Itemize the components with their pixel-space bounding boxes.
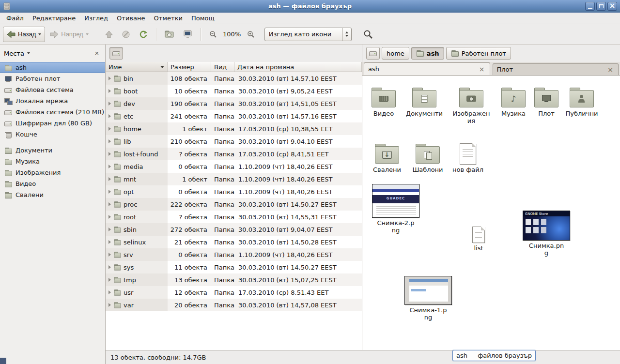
menu-item[interactable]: Изглед	[80, 14, 112, 23]
file-icon-item[interactable]: Плот	[526, 83, 567, 117]
sidebar-close-button[interactable]	[93, 49, 101, 58]
expander-icon[interactable]	[108, 165, 111, 168]
zoom-in-button[interactable]	[243, 27, 259, 42]
computer-button[interactable]	[179, 27, 196, 42]
table-row[interactable]: opt 0 обекта Папка 1.10.2009 (чт) 18,40,…	[106, 185, 362, 198]
expander-icon[interactable]	[108, 253, 111, 257]
table-row[interactable]: srv 0 обекта Папка 1.10.2009 (чт) 18,40,…	[106, 248, 362, 261]
sidebar-item[interactable]: Шифриран дял (80 GB)	[0, 118, 105, 129]
places-selector[interactable]: Места	[4, 50, 30, 57]
expander-icon[interactable]	[108, 190, 111, 194]
expander-icon[interactable]	[108, 102, 111, 106]
expander-icon[interactable]	[108, 265, 111, 269]
breadcrumb-button[interactable]: ash	[411, 47, 444, 60]
file-icon-item[interactable]: list	[458, 218, 499, 252]
sidebar-item[interactable]: Музика	[0, 156, 105, 167]
expander-icon[interactable]	[108, 76, 111, 80]
tab-close-icon[interactable]	[606, 66, 614, 74]
breadcrumb-button[interactable]: home	[382, 47, 409, 60]
expander-icon[interactable]	[108, 177, 111, 181]
file-icon-item[interactable]: Изображения	[451, 83, 492, 124]
file-icon-item[interactable]: Свалени	[367, 139, 407, 173]
expander-icon[interactable]	[108, 152, 111, 156]
expander-icon[interactable]	[108, 127, 111, 131]
search-button[interactable]	[359, 27, 377, 42]
sidebar-item[interactable]: ash	[0, 62, 105, 73]
expander-icon[interactable]	[108, 215, 111, 219]
zoom-out-button[interactable]	[205, 27, 221, 42]
table-row[interactable]: tmp 13 обекта Папка 30.03.2010 (вт) 15,0…	[106, 273, 362, 286]
breadcrumb-button[interactable]: Работен плот	[446, 47, 511, 60]
menu-item[interactable]: Помощ	[187, 14, 219, 23]
sidebar-item[interactable]: Работен плот	[0, 73, 105, 84]
expander-icon[interactable]	[108, 202, 111, 206]
sidebar-item[interactable]: Локална мрежа	[0, 95, 105, 106]
file-icon-item[interactable]: Публични	[561, 83, 602, 117]
file-icon-item[interactable]: Документи	[404, 83, 445, 117]
expander-icon[interactable]	[108, 240, 111, 244]
table-row[interactable]: sbin 272 обекта Папка 30.03.2010 (вт) 9,…	[106, 223, 362, 236]
minimize-button[interactable]	[585, 2, 595, 11]
table-row[interactable]: lib 210 обекта Папка 30.03.2010 (вт) 9,0…	[106, 135, 362, 148]
tab-close-icon[interactable]	[478, 65, 486, 73]
table-row[interactable]: sys 11 обекта Папка 30.03.2010 (вт) 14,5…	[106, 261, 362, 273]
file-icon-item[interactable]: GUADEC Снимка-2.png	[372, 184, 420, 234]
table-row[interactable]: proc 222 обекта Папка 30.03.2010 (вт) 14…	[106, 198, 362, 211]
pane-tab[interactable]: ash	[364, 62, 490, 75]
table-row[interactable]: bin 108 обекта Папка 30.03.2010 (вт) 14,…	[106, 72, 362, 85]
column-header[interactable]: Размер	[168, 62, 211, 72]
forward-button[interactable]: Напред	[46, 27, 92, 42]
expander-icon[interactable]	[108, 114, 111, 118]
sidebar-item[interactable]: Свалени	[0, 189, 105, 200]
up-button[interactable]	[101, 27, 117, 42]
table-row[interactable]: root ? обекта Папка 30.03.2010 (вт) 14,5…	[106, 211, 362, 223]
expander-icon[interactable]	[108, 290, 111, 294]
expander-icon[interactable]	[108, 139, 111, 143]
menu-item[interactable]: Редактиране	[28, 14, 80, 23]
file-icon-item[interactable]: Снимка-1.png	[404, 276, 452, 321]
expander-icon[interactable]	[108, 303, 111, 307]
sidebar-item[interactable]: Документи	[0, 145, 105, 156]
sidebar-item[interactable]: Файлова система	[0, 84, 105, 95]
home-button[interactable]	[161, 27, 178, 42]
table-row[interactable]: lost+found ? обекта Папка 17.03.2010 (ср…	[106, 148, 362, 160]
menu-item[interactable]: Отметки	[149, 14, 186, 23]
file-icon-item[interactable]: нов файл	[448, 139, 488, 173]
file-icon-item[interactable]: GNOME Store Снимка.png	[522, 211, 571, 257]
sidebar-item[interactable]: Кошче	[0, 129, 105, 140]
menu-item[interactable]: Отиване	[112, 14, 149, 23]
taskbar-window-button[interactable]: ash — файлов браузър	[452, 350, 536, 361]
maximize-button[interactable]	[596, 2, 606, 11]
sidebar-item[interactable]: Файлова система (210 MB)	[0, 106, 105, 118]
expander-icon[interactable]	[108, 228, 111, 231]
file-icon-item[interactable]: Видео	[363, 83, 404, 117]
table-row[interactable]: selinux 21 обекта Папка 30.03.2010 (вт) …	[106, 236, 362, 248]
table-row[interactable]: mnt 1 обект Папка 1.10.2009 (чт) 18,40,2…	[106, 173, 362, 185]
table-row[interactable]: dev 190 обекта Папка 30.03.2010 (вт) 14,…	[106, 97, 362, 110]
titlebar[interactable]: ash — файлов браузър	[0, 0, 620, 13]
column-header[interactable]: Име	[106, 62, 168, 72]
reload-button[interactable]	[135, 27, 152, 42]
pane-tab[interactable]: Плот	[493, 63, 619, 75]
panel-hide-button[interactable]	[0, 358, 6, 364]
expander-icon[interactable]	[108, 89, 111, 93]
breadcrumb-button[interactable]	[366, 47, 380, 60]
table-row[interactable]: boot 10 обекта Папка 30.03.2010 (вт) 9,0…	[106, 85, 362, 97]
view-mode-select[interactable]: Изглед като икони	[264, 28, 352, 41]
expander-icon[interactable]	[108, 278, 111, 282]
sidebar-item[interactable]: Изображения	[0, 167, 105, 178]
table-row[interactable]: usr 12 обекта Папка 17.03.2010 (ср) 8,51…	[106, 286, 362, 299]
back-button[interactable]: Назад	[3, 27, 45, 42]
sidebar-item[interactable]: Видео	[0, 178, 105, 189]
close-button[interactable]	[607, 2, 617, 11]
stop-button[interactable]	[118, 27, 134, 42]
file-icon-item[interactable]: Шаблони	[407, 139, 448, 173]
menu-item[interactable]: Файл	[2, 14, 28, 23]
column-header[interactable]: Вид	[211, 62, 234, 72]
table-row[interactable]: home 1 обект Папка 17.03.2010 (ср) 10,38…	[106, 122, 362, 135]
root-breadcrumb-button[interactable]	[109, 47, 123, 60]
column-header[interactable]: Дата на промяна	[234, 62, 362, 72]
table-row[interactable]: media 0 обекта Папка 1.10.2009 (чт) 18,4…	[106, 160, 362, 173]
table-row[interactable]: etc 241 обекта Папка 30.03.2010 (вт) 14,…	[106, 110, 362, 122]
table-row[interactable]: var 20 обекта Папка 30.03.2010 (вт) 14,5…	[106, 299, 362, 311]
